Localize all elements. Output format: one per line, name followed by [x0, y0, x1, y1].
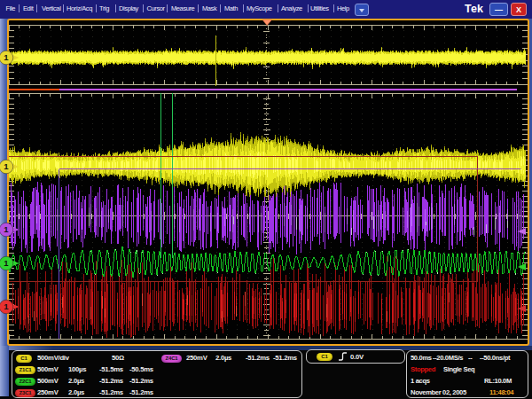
svg-text:1: 1	[4, 52, 9, 62]
svg-text:1: 1	[4, 258, 9, 268]
svg-text:1: 1	[4, 224, 9, 234]
svg-text:1: 1	[4, 161, 9, 171]
svg-text:1: 1	[4, 301, 9, 311]
